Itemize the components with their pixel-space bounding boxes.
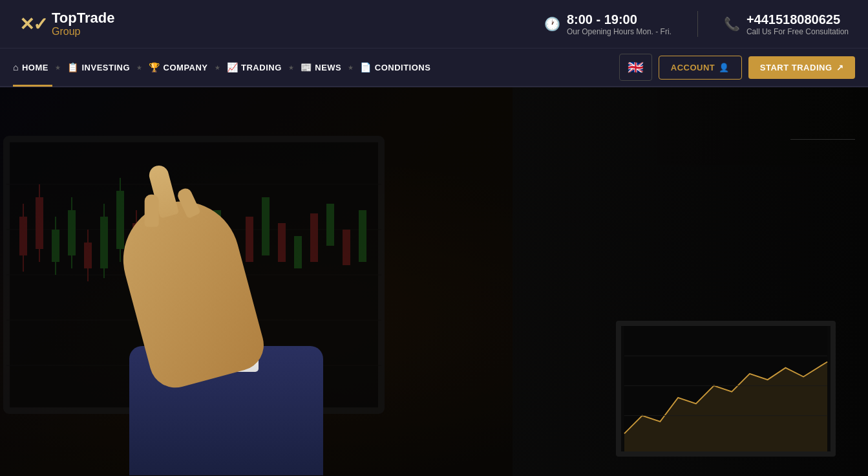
nav-investing-label: INVESTING [81,63,130,72]
logo-text: TopTrade Group [52,10,114,38]
company-icon: 🏆 [149,62,160,72]
phone-number: +441518080625 [746,12,849,27]
nav-item-news[interactable]: 📰 NEWS [297,48,346,87]
nav-item-company[interactable]: 🏆 COMPANY [145,48,211,87]
nav-sep-4: ★ [288,64,294,71]
header-divider [697,11,698,37]
account-label: ACCOUNT [671,63,715,72]
contact-info: 🕐 8:00 - 19:00 Our Opening Hours Mon. - … [544,11,849,37]
nav-news-label: NEWS [315,63,341,72]
small-monitor [616,321,836,457]
nav-item-conditions[interactable]: 📄 CONDITIONS [356,48,434,87]
nav-item-trading[interactable]: 📈 TRADING [223,48,286,87]
investing-icon: 📋 [67,62,79,72]
nav-links: ⌂ HOME ★ 📋 INVESTING ★ 🏆 COMPANY ★ 📈 TRA… [13,48,434,87]
nav-right: 🇬🇧 ACCOUNT 👤 START TRADING ↗ [619,54,855,81]
grid-line-4 [790,139,855,140]
nav-home-label: HOME [22,63,48,72]
hours-details: 8:00 - 19:00 Our Opening Hours Mon. - Fr… [567,12,672,36]
clock-icon: 🕐 [544,16,560,32]
logo-name-bottom: Group [52,26,114,38]
home-icon: ⌂ [13,62,19,72]
hero-section [0,87,868,476]
hours-block: 🕐 8:00 - 19:00 Our Opening Hours Mon. - … [544,12,672,36]
logo[interactable]: ✕✓ TopTrade Group [19,10,114,38]
logo-icon: ✕✓ [19,14,47,35]
finger-3 [175,186,200,219]
nav-trading-label: TRADING [241,63,282,72]
nav-company-label: COMPANY [164,63,208,72]
navbar: ⌂ HOME ★ 📋 INVESTING ★ 🏆 COMPANY ★ 📈 TRA… [0,49,868,87]
phone-block: 📞 +441518080625 Call Us For Free Consult… [724,12,849,36]
account-button[interactable]: ACCOUNT 👤 [659,56,742,80]
phone-icon: 📞 [724,16,740,32]
account-icon: 👤 [719,63,730,72]
small-chart-svg [621,326,831,451]
nav-sep-3: ★ [215,64,220,71]
flag-icon: 🇬🇧 [628,60,644,75]
hours-sub: Our Opening Hours Mon. - Fri. [567,27,672,36]
language-button[interactable]: 🇬🇧 [619,54,652,81]
hero-figure-area [52,120,472,475]
nav-conditions-label: CONDITIONS [375,63,431,72]
start-trading-label: START TRADING [760,63,832,72]
finger-2 [145,195,159,227]
logo-name-top: TopTrade [52,10,114,26]
nav-sep-5: ★ [348,64,354,71]
header-right: 🕐 8:00 - 19:00 Our Opening Hours Mon. - … [544,11,849,37]
conditions-icon: 📄 [360,62,372,72]
start-trading-icon: ↗ [836,63,844,72]
nav-item-home[interactable]: ⌂ HOME [13,48,52,87]
hours-time: 8:00 - 19:00 [567,12,672,27]
nav-item-investing[interactable]: 📋 INVESTING [63,48,134,87]
trading-icon: 📈 [227,62,238,72]
header-top: ✕✓ TopTrade Group 🕐 8:00 - 19:00 Our Ope… [0,0,868,49]
nav-sep-1: ★ [55,64,61,71]
phone-details: +441518080625 Call Us For Free Consultat… [746,12,849,36]
news-icon: 📰 [301,62,312,72]
start-trading-button[interactable]: START TRADING ↗ [748,56,855,79]
nav-sep-2: ★ [136,64,142,71]
phone-sub: Call Us For Free Consultation [746,27,849,36]
